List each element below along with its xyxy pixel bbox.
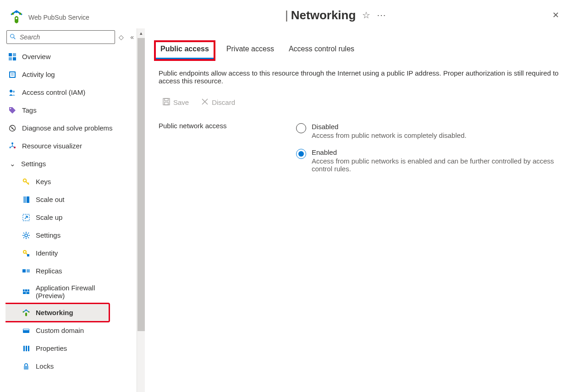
scale-up-icon [22, 213, 30, 222]
svg-point-46 [28, 311, 29, 312]
svg-point-2 [19, 13, 22, 15]
custom-domain-icon [22, 327, 30, 335]
radio-enabled[interactable] [296, 149, 306, 159]
svg-rect-6 [9, 53, 12, 56]
sidebar-item-identity[interactable]: Identity [6, 244, 137, 262]
tags-icon [8, 106, 16, 114]
expand-menu-icon[interactable]: ◇ [119, 33, 124, 41]
sidebar-item-locks[interactable]: Locks [6, 357, 137, 375]
svg-rect-9 [13, 57, 16, 60]
discard-button[interactable]: Discard [197, 96, 239, 109]
sidebar-item-activity-log[interactable]: Activity log [6, 65, 137, 83]
option-disabled-title: Disabled [312, 123, 467, 131]
sidebar-item-label: Keys [36, 178, 51, 185]
svg-point-26 [25, 234, 28, 237]
svg-line-5 [14, 37, 16, 39]
save-button-label: Save [173, 98, 189, 106]
option-enabled-title: Enabled [312, 148, 567, 156]
scrollbar-thumb[interactable] [138, 38, 145, 331]
collapse-sidebar-icon[interactable]: « [130, 33, 134, 41]
svg-rect-48 [23, 329, 29, 330]
option-disabled[interactable]: Disabled Access from public network is c… [296, 123, 567, 139]
svg-line-32 [28, 237, 29, 238]
sidebar-item-diagnose[interactable]: Diagnose and solve problems [6, 119, 137, 137]
svg-line-33 [23, 237, 24, 238]
sidebar-search-input[interactable] [19, 33, 112, 41]
scale-out-icon [22, 196, 30, 204]
save-icon [162, 98, 170, 107]
public-network-access-label: Public network access [159, 122, 296, 173]
svg-point-0 [12, 13, 14, 15]
close-blade-button[interactable]: ✕ [550, 8, 561, 22]
sidebar-item-visualizer[interactable]: Resource visualizer [6, 137, 137, 155]
iam-icon [8, 88, 16, 97]
chevron-down-icon: ⌄ [8, 160, 16, 168]
svg-rect-23 [23, 196, 26, 203]
svg-rect-24 [27, 196, 29, 203]
sidebar-search[interactable] [6, 30, 115, 44]
sidebar-nav: Overview Activity log Access control (IA… [6, 48, 137, 392]
svg-rect-37 [22, 269, 26, 272]
service-name: Web PubSub Service [28, 12, 89, 21]
option-disabled-sub: Access from public network is completely… [312, 131, 467, 139]
radio-disabled[interactable] [296, 123, 306, 133]
svg-rect-50 [26, 346, 27, 351]
svg-point-16 [10, 108, 11, 109]
option-enabled[interactable]: Enabled Access from public networks is e… [296, 148, 567, 173]
sidebar-item-label: Scale up [36, 213, 62, 221]
save-button[interactable]: Save [159, 96, 192, 109]
webpubsub-service-icon [8, 8, 25, 25]
sidebar-item-label: Scale out [36, 196, 65, 203]
svg-line-31 [23, 233, 24, 234]
sidebar-item-label: Diagnose and solve problems [22, 124, 113, 132]
sidebar-item-label: Activity log [22, 71, 55, 78]
sidebar-item-networking[interactable]: Networking [6, 304, 109, 321]
favorite-star-icon[interactable]: ☆ [362, 10, 370, 21]
gear-icon [22, 231, 30, 240]
title-separator: | [285, 8, 288, 22]
sidebar-item-iam[interactable]: Access control (IAM) [6, 83, 137, 101]
sidebar-item-label: Locks [36, 362, 54, 370]
sidebar-scrollbar[interactable]: ▴ [137, 28, 145, 392]
scroll-up-arrow-icon[interactable]: ▴ [140, 28, 143, 38]
sidebar-item-label: Custom domain [36, 327, 84, 334]
activity-log-icon [8, 71, 16, 79]
sidebar-item-label: Replicas [36, 267, 62, 275]
sidebar-item-tags[interactable]: Tags [6, 101, 137, 119]
svg-point-14 [10, 90, 12, 93]
option-enabled-sub: Access from public networks is enabled a… [312, 157, 567, 173]
tab-private-access[interactable]: Private access [225, 42, 276, 59]
tab-public-access[interactable]: Public access [156, 42, 214, 59]
sidebar-item-settings[interactable]: Settings [6, 226, 137, 244]
sidebar-item-keys[interactable]: Keys [6, 173, 137, 191]
sidebar-item-overview[interactable]: Overview [6, 48, 137, 65]
sidebar-item-label: Settings [36, 231, 60, 239]
sidebar-item-label: Application Firewall (Preview) [36, 284, 104, 299]
svg-point-19 [11, 142, 13, 144]
replicas-icon [22, 267, 30, 275]
svg-rect-49 [23, 346, 25, 351]
sidebar-item-custom-domain[interactable]: Custom domain [6, 321, 137, 339]
sidebar-item-label: Networking [36, 309, 73, 316]
more-actions-icon[interactable]: ⋯ [377, 10, 386, 21]
svg-rect-38 [27, 269, 30, 272]
sidebar-item-scale-up[interactable]: Scale up [6, 208, 137, 226]
page-title: Networking [291, 8, 356, 22]
discard-button-label: Discard [212, 98, 235, 106]
sidebar-item-label: Resource visualizer [22, 142, 82, 150]
firewall-icon [22, 288, 30, 296]
tab-access-control-rules[interactable]: Access control rules [287, 42, 356, 59]
svg-rect-7 [13, 53, 16, 56]
keys-icon [22, 178, 30, 186]
sidebar-item-properties[interactable]: Properties [6, 339, 137, 357]
sidebar-item-app-firewall[interactable]: Application Firewall (Preview) [6, 280, 137, 304]
sidebar-item-scale-out[interactable]: Scale out [6, 191, 137, 208]
svg-rect-11 [10, 72, 15, 77]
svg-point-3 [16, 17, 17, 19]
svg-point-44 [22, 311, 24, 312]
sidebar-group-settings[interactable]: ⌄ Settings [6, 155, 137, 173]
svg-rect-36 [27, 254, 29, 256]
svg-rect-55 [165, 102, 168, 105]
sidebar-item-replicas[interactable]: Replicas [6, 262, 137, 280]
networking-tabs: Public access Private access Access cont… [159, 34, 567, 59]
